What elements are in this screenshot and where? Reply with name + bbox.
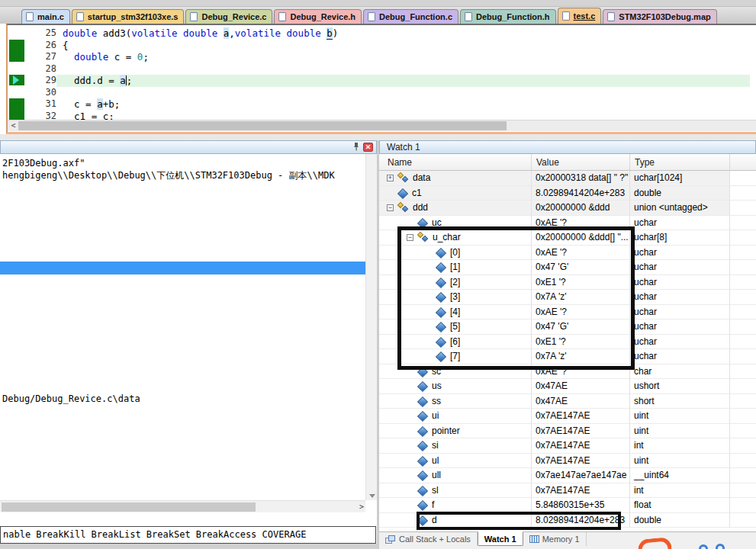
watch-name-cell[interactable]: +data <box>379 171 532 186</box>
watch-row-data[interactable]: +data0x20000318 data[] " ?"uchar[1024] <box>379 171 756 186</box>
watch-name-cell[interactable]: us <box>379 379 532 394</box>
watch-value-cell[interactable]: 0x7AE147AE <box>532 424 630 439</box>
watch-name-cell[interactable]: ui <box>379 409 532 424</box>
watch-name-cell[interactable]: [1] <box>379 260 532 275</box>
watch-name-cell[interactable]: [6] <box>379 335 532 350</box>
watch-value-cell[interactable]: 8.02989414204e+283 <box>532 186 630 201</box>
watch-row-u_char[interactable]: −u_char0x20000000 &ddd[] "...uchar[8] <box>379 230 756 246</box>
file-tab-Debug_Revice.c[interactable]: Debug_Revice.c <box>185 9 272 24</box>
watch-name-cell[interactable]: c1 <box>379 186 532 201</box>
tab-memory-1[interactable]: Memory 1 <box>523 532 587 546</box>
file-tab-Debug_Revice.h[interactable]: Debug_Revice.h <box>274 9 362 24</box>
code-line-current[interactable]: ddd.d = a; <box>56 75 750 87</box>
watch-name-cell[interactable]: sl <box>379 483 532 499</box>
watch-value-cell[interactable]: 0x7AE147AE <box>532 483 630 499</box>
editor-hscroll-thumb[interactable] <box>18 121 507 130</box>
output-pane-header[interactable]: ✕ <box>0 140 377 154</box>
watch-row-sl[interactable]: sl0x7AE147AEint <box>379 483 756 499</box>
watch-name-cell[interactable]: f <box>379 498 532 513</box>
watch-row-pointer[interactable]: pointer0x7AE147AEuint <box>379 424 756 439</box>
watch-value-cell[interactable]: 0x47 'G' <box>532 319 630 335</box>
watch-value-cell[interactable]: 0x47 'G' <box>532 260 630 275</box>
output-selected-row[interactable] <box>0 262 365 274</box>
code-editor[interactable]: 2526272829303132 double add3(volatile do… <box>6 24 756 134</box>
watch-value-cell[interactable]: 0x7AE147AE <box>532 438 630 454</box>
watch-row-c1[interactable]: c18.02989414204e+283double <box>379 186 756 201</box>
watch-value-cell[interactable]: 0x7A 'z' <box>532 290 630 305</box>
file-tab-startup_stm32f103xe.s[interactable]: startup_stm32f103xe.s <box>72 9 185 24</box>
watch-name-cell[interactable]: [7] <box>379 349 532 364</box>
watch-name-cell[interactable]: ull <box>379 468 532 483</box>
code-line[interactable] <box>56 87 750 99</box>
watch-name-cell[interactable]: sc <box>379 364 532 380</box>
file-tab-Debug_Function.c[interactable]: Debug_Function.c <box>363 9 458 24</box>
watch-value-cell[interactable]: 0xAE '? <box>532 305 630 320</box>
watch-value-cell[interactable]: 0x47AE <box>532 394 630 409</box>
collapse-icon[interactable]: − <box>387 204 394 211</box>
column-header-value[interactable]: Value <box>532 154 630 170</box>
watch-row-si[interactable]: si0x7AE147AEint <box>379 438 756 454</box>
watch-row-[2][interactable]: [2]0xE1 '?uchar <box>379 275 756 291</box>
code-line[interactable]: { <box>56 40 750 52</box>
tab-watch-1[interactable]: Watch 1 <box>478 531 523 546</box>
file-tab-STM32F103Debug.map[interactable]: STM32F103Debug.map <box>603 9 716 24</box>
watch-value-cell[interactable]: 0x20000000 &ddd[] "... <box>532 230 630 246</box>
watch-row-ddd[interactable]: −ddd0x20000000 &dddunion <untagged> <box>379 201 756 216</box>
editor-horizontal-scrollbar[interactable]: < <box>8 120 756 131</box>
watch-row-us[interactable]: us0x47AEushort <box>379 379 756 394</box>
watch-row-ui[interactable]: ui0x7AE147AEuint <box>379 409 756 424</box>
watch-name-cell[interactable]: [4] <box>379 305 532 320</box>
watch-row-d[interactable]: d8.02989414204e+283double <box>379 513 756 528</box>
pin-icon[interactable] <box>352 142 360 153</box>
watch-value-cell[interactable]: 0x20000318 data[] " ?" <box>532 171 630 186</box>
code-line[interactable] <box>56 63 750 75</box>
watch-value-cell[interactable]: 0x7AE147AE <box>532 454 630 469</box>
watch-value-cell[interactable]: 5.84860315e+35 <box>532 498 630 513</box>
watch-value-cell[interactable]: 0xE1 '? <box>532 275 630 291</box>
code-line[interactable]: c = a+b; <box>56 98 750 111</box>
watch-name-cell[interactable]: [0] <box>379 246 532 261</box>
watch-row-f[interactable]: f5.84860315e+35float <box>379 498 756 513</box>
watch-row-[6][interactable]: [6]0xE1 '?uchar <box>379 335 756 350</box>
watch-value-cell[interactable]: 0x47AE <box>532 379 630 394</box>
watch-name-cell[interactable]: [2] <box>379 275 532 291</box>
watch-row-[7][interactable]: [7]0x7A 'z'uchar <box>379 349 756 364</box>
watch-row-ul[interactable]: ul0x7AE147AEuint <box>379 454 756 469</box>
watch-name-cell[interactable]: ss <box>379 394 532 409</box>
output-horizontal-scrollbar[interactable]: > <box>0 500 365 512</box>
collapse-icon[interactable]: − <box>407 234 413 241</box>
watch-row-sc[interactable]: sc0xAE '?char <box>379 364 756 380</box>
watch-name-cell[interactable]: uc <box>379 216 532 231</box>
scroll-down-icon[interactable] <box>369 494 375 498</box>
watch-row-[0][interactable]: [0]0xAE '?uchar <box>379 246 756 261</box>
watch-name-cell[interactable]: −u_char <box>379 230 532 246</box>
watch-name-cell[interactable]: pointer <box>379 424 532 439</box>
watch-value-cell[interactable]: 8.02989414204e+283 <box>532 513 630 528</box>
scroll-right-icon[interactable]: > <box>359 502 364 511</box>
watch-value-cell[interactable]: 0x7AE147AE <box>532 409 630 424</box>
watch-row-ss[interactable]: ss0x47AEshort <box>379 394 756 409</box>
watch-row-[1][interactable]: [1]0x47 'G'uchar <box>379 260 756 275</box>
column-header-name[interactable]: Name <box>379 154 532 170</box>
file-tab-main.c[interactable]: main.c <box>21 9 70 24</box>
tab-call-stack-locals[interactable]: Call Stack + Locals <box>379 532 478 546</box>
watch-row-ull[interactable]: ull0x7ae147ae7ae147ae__uint64 <box>379 468 756 483</box>
watch-value-cell[interactable]: 0x7ae147ae7ae147ae <box>532 468 630 483</box>
watch-value-cell[interactable]: 0xAE '? <box>532 246 630 261</box>
command-hint-bar[interactable]: nable BreakKill BreakList BreakSet Break… <box>0 526 376 544</box>
editor-gutter[interactable] <box>8 25 27 120</box>
close-icon[interactable]: ✕ <box>363 143 373 152</box>
watch-name-cell[interactable]: [5] <box>379 319 532 335</box>
scroll-left-icon[interactable]: < <box>8 121 18 130</box>
watch-name-cell[interactable]: d <box>379 513 532 528</box>
watch-name-cell[interactable]: [3] <box>379 290 532 305</box>
watch-row-uc[interactable]: uc0xAE '?uchar <box>379 216 756 231</box>
watch-name-cell[interactable]: si <box>379 438 532 454</box>
expand-icon[interactable]: + <box>387 175 394 181</box>
code-line[interactable]: double add3(volatile double a,volatile d… <box>56 27 750 40</box>
watch-row-[4][interactable]: [4]0xAE '?uchar <box>379 305 756 320</box>
watch-value-cell[interactable]: 0xE1 '? <box>532 335 630 350</box>
code-line[interactable]: double c = 0; <box>56 51 750 63</box>
file-tab-test.c[interactable]: test.c <box>558 8 602 24</box>
watch-name-cell[interactable]: −ddd <box>379 201 532 216</box>
